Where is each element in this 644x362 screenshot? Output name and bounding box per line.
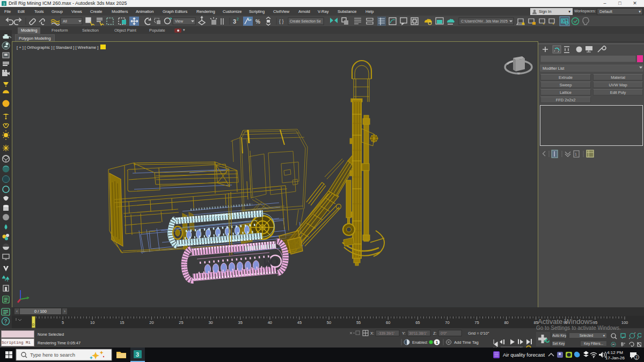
svg-text:60: 60 (386, 320, 390, 325)
svg-text:?: ? (248, 17, 251, 21)
svg-text:+: + (543, 22, 545, 26)
svg-text:10: 10 (90, 320, 94, 325)
svg-text:15: 15 (120, 320, 124, 325)
svg-text:75: 75 (474, 320, 479, 325)
svg-text:W: W (517, 72, 520, 75)
svg-text:-339.39/1′: -339.39/1′ (378, 331, 395, 335)
svg-text:80: 80 (504, 320, 508, 325)
svg-text:C:\Users\ONV...3ds Max 2025: C:\Users\ONV...3ds Max 2025 (461, 19, 508, 23)
svg-text:2: 2 (237, 17, 239, 21)
svg-text:3: 3 (233, 18, 236, 25)
svg-text:%: % (255, 19, 260, 25)
svg-text:Air quality forecast: Air quality forecast (503, 352, 545, 358)
svg-text:30: 30 (208, 320, 213, 325)
svg-text:5: 5 (62, 320, 64, 325)
svg-text:0: 0 (32, 323, 34, 327)
svg-text:View: View (175, 19, 184, 23)
svg-text:Grid = 0′10″: Grid = 0′10″ (468, 331, 489, 336)
svg-text:Z:: Z: (433, 331, 437, 336)
svg-text:?: ? (4, 319, 8, 324)
svg-text:Enabled:: Enabled: (412, 340, 428, 345)
svg-text:Modifier List: Modifier List (543, 66, 565, 71)
svg-text:17-Jan-26: 17-Jan-26 (605, 356, 625, 360)
svg-text:100: 100 (621, 320, 628, 325)
svg-text:30′11.38/1′: 30′11.38/1′ (409, 331, 427, 335)
svg-text:50: 50 (327, 320, 331, 325)
svg-text:40: 40 (268, 320, 272, 325)
svg-text:Type here to search: Type here to search (30, 352, 75, 358)
svg-text:0′0″: 0′0″ (441, 331, 447, 335)
svg-text:2: 2 (635, 356, 638, 359)
svg-text:20: 20 (149, 320, 153, 325)
svg-text:65: 65 (415, 320, 420, 325)
svg-text:All: All (63, 19, 67, 23)
svg-text:+: + (552, 22, 554, 26)
svg-text:3: 3 (136, 351, 139, 358)
svg-text:X:: X: (370, 331, 374, 336)
svg-text:{ }: { } (279, 19, 284, 24)
svg-text:70: 70 (445, 320, 449, 325)
svg-text:1: 1 (436, 340, 438, 345)
svg-text:Create Selection Se: Create Selection Se (290, 19, 321, 23)
svg-text:1: 1 (575, 152, 577, 156)
svg-text:95: 95 (593, 320, 597, 325)
svg-text:25: 25 (179, 320, 183, 325)
svg-text:Y:: Y: (402, 331, 406, 336)
svg-text:4:12 PM: 4:12 PM (607, 350, 623, 355)
svg-text:55: 55 (356, 320, 361, 325)
svg-text:45: 45 (297, 320, 302, 325)
svg-text:35: 35 (238, 320, 243, 325)
